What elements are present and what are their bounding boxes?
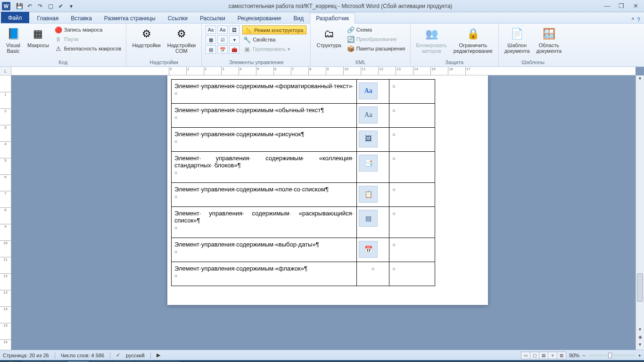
status-language[interactable]: русский	[126, 353, 144, 358]
control-description-cell[interactable]: Элемент·управления·содержимым·«обычный·т…	[172, 104, 357, 128]
tab-page-layout[interactable]: Разметка страницы	[98, 13, 162, 23]
content-control-icon: Aa	[359, 82, 378, 99]
zoom-level[interactable]: 90%	[569, 353, 579, 358]
quick-access-toolbar: 💾 ↶ ↷ ▢ ✔ ▾	[12, 2, 78, 10]
control-description-cell[interactable]: Элемент·управления·содержимым·«форматиро…	[172, 80, 357, 104]
undo-icon[interactable]: ↶	[25, 2, 34, 10]
minimize-button[interactable]: ―	[603, 2, 612, 9]
document-page[interactable]: Элемент·управления·содержимым·«форматиро…	[167, 75, 488, 305]
view-print-layout-icon[interactable]: ▭	[521, 352, 530, 359]
empty-cell[interactable]: ¤	[389, 104, 435, 128]
zoom-slider-handle[interactable]	[608, 353, 612, 358]
design-mode-toggle[interactable]: 📐Режим конструктора	[242, 25, 306, 34]
empty-cell[interactable]: ¤	[389, 207, 435, 238]
vertical-scrollbar[interactable]: ▲ ▼ ◉ ▼	[636, 75, 644, 350]
view-outline-icon[interactable]: ≡	[548, 352, 557, 359]
new-icon[interactable]: ▢	[46, 2, 55, 10]
tab-view[interactable]: Вид	[287, 13, 310, 23]
view-fullscreen-icon[interactable]: ▢	[530, 352, 539, 359]
proofing-icon[interactable]: ✓	[116, 352, 120, 358]
horizontal-ruler[interactable]: 01234567891011121314151617	[11, 67, 636, 75]
empty-cell[interactable]: ¤	[389, 183, 435, 207]
document-panel-button[interactable]: 🪟Область документа	[535, 25, 564, 55]
visual-basic-button[interactable]: 📘 Visual Basic	[4, 25, 23, 55]
macro-record-status-icon[interactable]: ▶	[157, 352, 160, 358]
control-icon-cell[interactable]: 📅	[357, 238, 389, 262]
expansion-packs-button[interactable]: 📦Пакеты расширения	[346, 44, 406, 53]
next-page-icon[interactable]: ▼	[636, 342, 644, 350]
empty-cell[interactable]: ¤	[389, 238, 435, 262]
control-icon-cell[interactable]: 📑	[357, 152, 389, 183]
start-button[interactable]	[0, 360, 22, 362]
control-icon-cell[interactable]: 🖼	[357, 128, 389, 152]
macros-button[interactable]: ▦ Макросы	[25, 25, 51, 49]
close-button[interactable]: ✕	[631, 2, 640, 9]
control-description-cell[interactable]: Элемент·управления·содержимым·«поле·со·с…	[172, 183, 357, 207]
empty-cell[interactable]: ¤	[389, 262, 435, 286]
view-draft-icon[interactable]: ▥	[557, 352, 566, 359]
content-control-icon: 📋	[359, 186, 378, 203]
control-description-cell[interactable]: Элемент·управления·содержимым·«выбор·дат…	[172, 238, 357, 262]
rich-text-control-icon[interactable]: Aa	[206, 25, 216, 34]
status-page[interactable]: Страница: 20 из 26	[3, 353, 49, 358]
schema-button[interactable]: 🔗Схема	[346, 25, 406, 34]
structure-button[interactable]: 🗂Структура	[314, 25, 343, 49]
addins-button[interactable]: ⚙Надстройки	[130, 25, 162, 49]
prev-page-icon[interactable]: ◉	[636, 335, 644, 342]
ribbon-group-xml: 🗂Структура 🔗Схема 🔄Преобразование 📦Пакет…	[311, 24, 410, 66]
document-scroll-area[interactable]: Элемент·управления·содержимым·«форматиро…	[11, 75, 644, 350]
control-icon-cell[interactable]: 📋	[357, 183, 389, 207]
minimize-ribbon-icon[interactable]: ^	[632, 16, 635, 23]
dropdown-control-icon[interactable]: ▤	[206, 45, 216, 54]
tab-home[interactable]: Главная	[31, 13, 65, 23]
zoom-out-button[interactable]: −	[582, 353, 585, 358]
control-description-cell[interactable]: Элемент· управления· содержимым· «раскры…	[172, 207, 357, 238]
picture-control-icon[interactable]: 🖼	[229, 25, 239, 34]
control-icon-cell[interactable]: ¤	[357, 262, 389, 286]
redo-icon[interactable]: ↷	[36, 2, 44, 10]
tab-insert[interactable]: Вставка	[65, 13, 98, 23]
document-template-button[interactable]: 📄Шаблон документа	[503, 25, 532, 55]
com-addins-button[interactable]: ⚙Надстройки COM	[165, 25, 198, 55]
scroll-down-arrow[interactable]: ▼	[636, 327, 644, 335]
date-control-icon[interactable]: 📅	[217, 45, 228, 54]
record-icon: 🔴	[55, 26, 62, 33]
zoom-slider[interactable]	[588, 354, 636, 356]
scroll-up-arrow[interactable]: ▲	[636, 75, 644, 83]
control-icon-cell[interactable]: ▤	[357, 207, 389, 238]
macro-security-button[interactable]: ⚠Безопасность макросов	[54, 44, 123, 53]
restore-button[interactable]: ❐	[617, 2, 626, 9]
spellcheck-icon[interactable]: ✔	[57, 2, 65, 10]
scrollbar-thumb[interactable]	[637, 273, 643, 302]
building-blocks-control-icon[interactable]: ▦	[206, 35, 216, 44]
checkbox-control-icon[interactable]: ☑	[217, 35, 228, 44]
empty-cell[interactable]: ¤	[389, 128, 435, 152]
control-description-cell[interactable]: Элемент·управления·содержимым·«рисунок¶¤	[172, 128, 357, 152]
plain-text-control-icon[interactable]: Aa	[217, 25, 228, 34]
empty-cell[interactable]: ¤	[389, 152, 435, 183]
ruler-corner[interactable]: L	[0, 67, 11, 75]
record-macro-button[interactable]: 🔴Запись макроса	[54, 25, 123, 34]
tab-file[interactable]: Файл	[1, 12, 29, 23]
control-description-cell[interactable]: Элемент· управления· содержимым· «коллек…	[172, 152, 357, 183]
view-web-icon[interactable]: ▤	[539, 352, 548, 359]
tab-developer[interactable]: Разработчик	[310, 13, 355, 24]
combobox-control-icon[interactable]: ▾	[229, 35, 239, 44]
tab-references[interactable]: Ссылки	[162, 13, 194, 23]
tab-mailings[interactable]: Рассылки	[194, 13, 231, 23]
properties-button[interactable]: 🔧Свойства	[242, 35, 306, 44]
tab-review[interactable]: Рецензирование	[231, 13, 288, 23]
ribbon-group-controls: Aa Aa 🖼 ▦ ☑ ▾ ▤ 📅 🧰 📐Режим конструктора …	[202, 24, 311, 66]
control-description-cell[interactable]: Элемент·управления·содержимым·«флажок»¶¤	[172, 262, 357, 286]
qat-more-icon[interactable]: ▾	[67, 2, 75, 10]
legacy-controls-icon[interactable]: 🧰	[229, 45, 239, 54]
help-icon[interactable]: ?	[637, 16, 640, 23]
zoom-in-button[interactable]: +	[638, 353, 641, 358]
save-icon[interactable]: 💾	[15, 2, 24, 10]
empty-cell[interactable]: ¤	[389, 80, 435, 104]
restrict-editing-button[interactable]: 🔒Ограничить редактирование	[452, 25, 495, 55]
control-icon-cell[interactable]: Aa	[357, 80, 389, 104]
status-word-count[interactable]: Число слов: 4 586	[61, 353, 104, 358]
control-icon-cell[interactable]: Aa	[357, 104, 389, 128]
vertical-ruler[interactable]: 12345678910111213141516	[0, 75, 11, 350]
